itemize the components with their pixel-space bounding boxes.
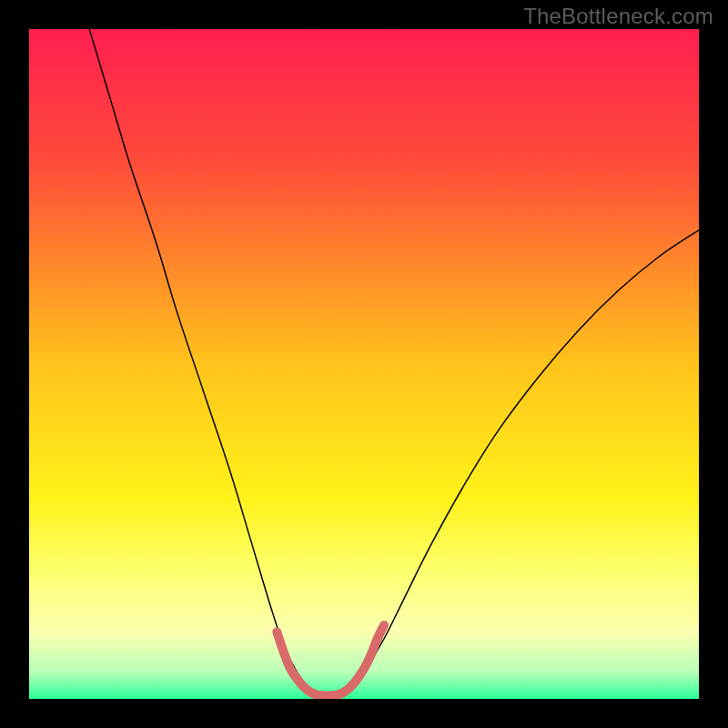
plot-background (29, 29, 699, 699)
watermark-text: TheBottleneck.com (523, 4, 713, 29)
chart-frame: TheBottleneck.com (0, 0, 728, 728)
plot-area (29, 29, 699, 699)
chart-svg (29, 29, 699, 699)
